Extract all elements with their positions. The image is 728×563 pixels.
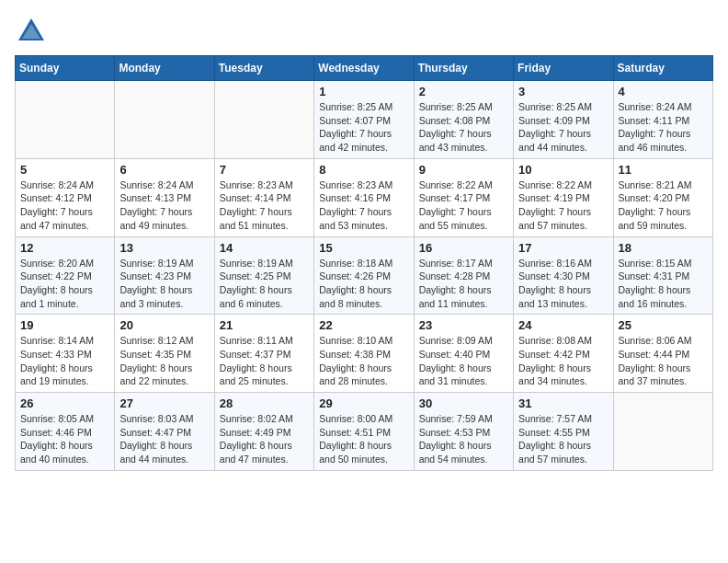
day-number: 9 (419, 163, 508, 177)
calendar-cell: 11Sunrise: 8:21 AMSunset: 4:20 PMDayligh… (613, 158, 712, 236)
day-number: 14 (220, 241, 309, 255)
calendar-cell: 9Sunrise: 8:22 AMSunset: 4:17 PMDaylight… (414, 158, 513, 236)
calendar-cell: 31Sunrise: 7:57 AMSunset: 4:55 PMDayligh… (514, 393, 613, 471)
calendar-cell: 12Sunrise: 8:20 AMSunset: 4:22 PMDayligh… (16, 236, 115, 315)
calendar-cell: 23Sunrise: 8:09 AMSunset: 4:40 PMDayligh… (414, 315, 513, 393)
day-info: Sunrise: 8:25 AMSunset: 4:08 PMDaylight:… (419, 100, 508, 155)
day-number: 19 (20, 318, 109, 332)
calendar-cell: 17Sunrise: 8:16 AMSunset: 4:30 PMDayligh… (514, 236, 613, 315)
calendar-cell: 30Sunrise: 7:59 AMSunset: 4:53 PMDayligh… (414, 393, 513, 471)
day-number: 16 (419, 241, 508, 255)
day-info: Sunrise: 8:10 AMSunset: 4:38 PMDaylight:… (319, 334, 408, 388)
calendar-cell: 8Sunrise: 8:23 AMSunset: 4:16 PMDaylight… (314, 158, 414, 236)
calendar-cell: 25Sunrise: 8:06 AMSunset: 4:44 PMDayligh… (613, 315, 712, 393)
calendar-cell: 15Sunrise: 8:18 AMSunset: 4:26 PMDayligh… (314, 236, 414, 315)
page-header (15, 15, 713, 48)
day-info: Sunrise: 8:22 AMSunset: 4:17 PMDaylight:… (419, 178, 508, 233)
day-info: Sunrise: 8:15 AMSunset: 4:31 PMDaylight:… (619, 257, 708, 311)
day-number: 7 (220, 163, 309, 177)
calendar-cell: 5Sunrise: 8:24 AMSunset: 4:12 PMDaylight… (16, 158, 115, 236)
day-number: 24 (518, 318, 608, 332)
calendar-cell: 16Sunrise: 8:17 AMSunset: 4:28 PMDayligh… (414, 236, 513, 315)
day-info: Sunrise: 8:16 AMSunset: 4:30 PMDaylight:… (518, 257, 608, 311)
day-info: Sunrise: 8:02 AMSunset: 4:49 PMDaylight:… (220, 412, 309, 466)
day-info: Sunrise: 8:08 AMSunset: 4:42 PMDaylight:… (518, 334, 608, 388)
day-info: Sunrise: 8:23 AMSunset: 4:16 PMDaylight:… (319, 178, 408, 233)
day-number: 20 (119, 318, 209, 332)
day-number: 17 (518, 241, 608, 255)
calendar-cell: 26Sunrise: 8:05 AMSunset: 4:46 PMDayligh… (16, 393, 115, 471)
day-info: Sunrise: 8:18 AMSunset: 4:26 PMDaylight:… (319, 257, 408, 311)
calendar-week-row: 1Sunrise: 8:25 AMSunset: 4:07 PMDaylight… (16, 81, 713, 159)
calendar-cell (613, 393, 712, 471)
day-info: Sunrise: 8:14 AMSunset: 4:33 PMDaylight:… (20, 334, 109, 388)
day-info: Sunrise: 8:23 AMSunset: 4:14 PMDaylight:… (220, 178, 309, 233)
day-info: Sunrise: 8:22 AMSunset: 4:19 PMDaylight:… (518, 178, 608, 233)
calendar-cell: 13Sunrise: 8:19 AMSunset: 4:23 PMDayligh… (115, 236, 214, 315)
day-number: 6 (119, 163, 209, 177)
day-number: 1 (319, 85, 408, 98)
calendar-cell: 22Sunrise: 8:10 AMSunset: 4:38 PMDayligh… (314, 315, 414, 393)
weekday-header-friday: Friday (514, 56, 613, 81)
day-number: 2 (419, 85, 508, 98)
day-number: 4 (619, 85, 708, 98)
calendar-cell: 19Sunrise: 8:14 AMSunset: 4:33 PMDayligh… (16, 315, 115, 393)
day-number: 10 (518, 163, 608, 177)
day-number: 31 (518, 396, 608, 410)
day-info: Sunrise: 8:06 AMSunset: 4:44 PMDaylight:… (619, 334, 708, 388)
day-number: 13 (119, 241, 209, 255)
calendar-cell: 14Sunrise: 8:19 AMSunset: 4:25 PMDayligh… (214, 236, 313, 315)
calendar-cell: 24Sunrise: 8:08 AMSunset: 4:42 PMDayligh… (514, 315, 613, 393)
day-info: Sunrise: 8:05 AMSunset: 4:46 PMDaylight:… (20, 412, 109, 466)
day-number: 18 (619, 241, 708, 255)
weekday-header-thursday: Thursday (414, 56, 513, 81)
day-info: Sunrise: 7:59 AMSunset: 4:53 PMDaylight:… (419, 412, 508, 466)
day-info: Sunrise: 8:03 AMSunset: 4:47 PMDaylight:… (119, 412, 209, 466)
calendar-week-row: 19Sunrise: 8:14 AMSunset: 4:33 PMDayligh… (16, 315, 713, 393)
day-number: 23 (419, 318, 508, 332)
day-number: 25 (619, 318, 708, 332)
calendar-cell (16, 81, 115, 159)
calendar-cell: 21Sunrise: 8:11 AMSunset: 4:37 PMDayligh… (214, 315, 313, 393)
day-info: Sunrise: 8:09 AMSunset: 4:40 PMDaylight:… (419, 334, 508, 388)
weekday-header-wednesday: Wednesday (314, 56, 414, 81)
weekday-header-saturday: Saturday (613, 56, 712, 81)
day-info: Sunrise: 8:25 AMSunset: 4:07 PMDaylight:… (319, 100, 408, 155)
day-info: Sunrise: 8:00 AMSunset: 4:51 PMDaylight:… (319, 412, 408, 466)
calendar-week-row: 5Sunrise: 8:24 AMSunset: 4:12 PMDaylight… (16, 158, 713, 236)
calendar-cell: 29Sunrise: 8:00 AMSunset: 4:51 PMDayligh… (314, 393, 414, 471)
day-info: Sunrise: 8:19 AMSunset: 4:25 PMDaylight:… (220, 257, 309, 311)
calendar-table: SundayMondayTuesdayWednesdayThursdayFrid… (15, 55, 713, 471)
day-number: 15 (319, 241, 408, 255)
weekday-header-tuesday: Tuesday (214, 56, 313, 81)
day-info: Sunrise: 8:24 AMSunset: 4:12 PMDaylight:… (20, 178, 109, 233)
day-info: Sunrise: 8:11 AMSunset: 4:37 PMDaylight:… (220, 334, 309, 388)
day-number: 29 (319, 396, 408, 410)
day-number: 8 (319, 163, 408, 177)
day-info: Sunrise: 8:19 AMSunset: 4:23 PMDaylight:… (119, 257, 209, 311)
day-number: 28 (220, 396, 309, 410)
calendar-cell: 10Sunrise: 8:22 AMSunset: 4:19 PMDayligh… (514, 158, 613, 236)
day-number: 22 (319, 318, 408, 332)
day-number: 21 (220, 318, 309, 332)
calendar-cell: 7Sunrise: 8:23 AMSunset: 4:14 PMDaylight… (214, 158, 313, 236)
day-number: 27 (119, 396, 209, 410)
calendar-cell: 27Sunrise: 8:03 AMSunset: 4:47 PMDayligh… (115, 393, 214, 471)
logo (15, 15, 51, 48)
day-info: Sunrise: 7:57 AMSunset: 4:55 PMDaylight:… (518, 412, 608, 466)
logo-icon (15, 15, 48, 48)
calendar-cell: 3Sunrise: 8:25 AMSunset: 4:09 PMDaylight… (514, 81, 613, 159)
weekday-header-sunday: Sunday (16, 56, 115, 81)
weekday-header-row: SundayMondayTuesdayWednesdayThursdayFrid… (16, 56, 713, 81)
calendar-week-row: 12Sunrise: 8:20 AMSunset: 4:22 PMDayligh… (16, 236, 713, 315)
calendar-cell (115, 81, 214, 159)
day-number: 26 (20, 396, 109, 410)
calendar-cell: 18Sunrise: 8:15 AMSunset: 4:31 PMDayligh… (613, 236, 712, 315)
calendar-cell: 6Sunrise: 8:24 AMSunset: 4:13 PMDaylight… (115, 158, 214, 236)
day-number: 12 (20, 241, 109, 255)
day-number: 5 (20, 163, 109, 177)
day-info: Sunrise: 8:20 AMSunset: 4:22 PMDaylight:… (20, 257, 109, 311)
calendar-cell: 28Sunrise: 8:02 AMSunset: 4:49 PMDayligh… (214, 393, 313, 471)
calendar-cell (214, 81, 313, 159)
day-number: 3 (518, 85, 608, 98)
